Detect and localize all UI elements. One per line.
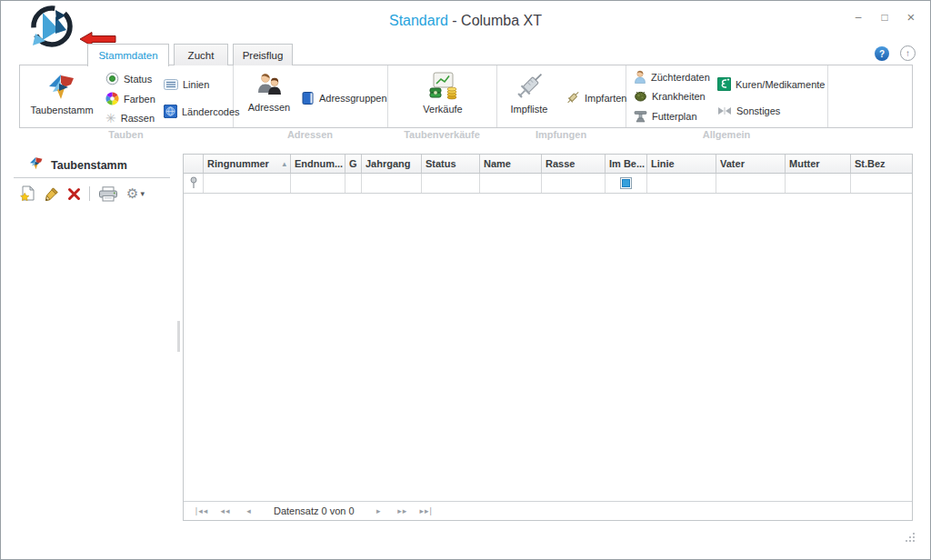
print-button[interactable]: [98, 186, 118, 202]
filter-cell-rasse[interactable]: [542, 174, 606, 193]
filter-cell-im-bestand[interactable]: [606, 174, 647, 193]
germ-icon: [634, 90, 647, 103]
column-header-vater[interactable]: Vater: [716, 155, 786, 173]
settings-button[interactable]: ⚙ ▾: [126, 186, 145, 201]
tab-preisflug[interactable]: Preisflug: [233, 44, 293, 65]
futterplan-button[interactable]: Futterplan: [634, 110, 697, 123]
filter-cell-ringnummer[interactable]: [204, 174, 291, 193]
linien-label: Linien: [183, 79, 209, 90]
column-header-name[interactable]: Name: [480, 155, 542, 173]
chevron-down-icon: ▾: [140, 189, 145, 198]
filter-cell-status[interactable]: [422, 174, 480, 193]
syringe-icon: [514, 72, 545, 101]
filter-cell-jahrgang[interactable]: [362, 174, 422, 193]
ribbon-group-empty: [828, 65, 912, 127]
impfarten-label: Impfarten: [585, 93, 626, 104]
globe-icon: [164, 105, 177, 118]
taubenstamm-label: Taubenstamm: [30, 105, 93, 115]
feeder-icon: [634, 110, 647, 123]
adressgruppen-button[interactable]: Adressgruppen: [301, 91, 387, 105]
column-header-mutter[interactable]: Mutter: [786, 155, 851, 173]
panel-title: Taubenstamm: [51, 159, 127, 172]
filter-cell-stbez[interactable]: [851, 174, 912, 193]
close-button[interactable]: ×: [905, 10, 917, 25]
collapse-ribbon-icon[interactable]: ↑: [900, 45, 916, 61]
zuechterdaten-button[interactable]: Züchterdaten: [634, 70, 710, 84]
krankheiten-button[interactable]: Krankheiten: [634, 90, 706, 103]
new-record-button[interactable]: [20, 185, 35, 202]
panel-header: Taubenstamm: [28, 155, 127, 175]
impfliste-button[interactable]: Impfliste: [501, 67, 557, 124]
panel-splitter[interactable]: [177, 321, 180, 352]
minimize-button[interactable]: –: [852, 10, 865, 25]
group-label-tauben: Tauben: [19, 129, 233, 144]
verkaeufe-label: Verkäufe: [423, 104, 462, 115]
column-header-jahrgang[interactable]: Jahrgang: [362, 155, 422, 173]
verkaeufe-button[interactable]: Verkäufe: [414, 67, 472, 124]
help-icon[interactable]: ?: [875, 46, 889, 61]
ribbon-group-adressen: Adressen Adressgruppen: [234, 65, 388, 127]
kuren-medikamente-button[interactable]: Kuren/Medikamente: [717, 77, 825, 91]
laendercodes-button[interactable]: Ländercodes: [164, 105, 240, 118]
status-label: Status: [124, 74, 152, 85]
nav-next-button[interactable]: ▸: [367, 506, 391, 515]
nav-prev-button[interactable]: ◂: [237, 506, 261, 515]
asterisk-icon: ✳: [105, 112, 116, 125]
sonstiges-label: Sonstiges: [736, 105, 780, 116]
column-header-g[interactable]: G: [345, 155, 362, 173]
window-title: Standard - Columba XT: [1, 13, 930, 29]
gear-icon: ⚙: [126, 186, 138, 201]
adressen-button[interactable]: Adressen: [241, 67, 297, 124]
row-indicator-header: [184, 155, 204, 173]
window-controls: – □ ×: [852, 10, 917, 25]
filter-cell-linie[interactable]: [647, 174, 716, 193]
filter-row: [184, 174, 912, 194]
record-navigator: |◂◂ ◂◂ ◂ Datensatz 0 von 0 ▸ ▸▸ ▸▸|: [184, 501, 912, 520]
im-bestand-checkbox[interactable]: [620, 177, 632, 189]
status-button[interactable]: Status: [105, 72, 152, 85]
taubenstamm-button[interactable]: Taubenstamm: [24, 67, 100, 124]
filter-cell-mutter[interactable]: [786, 174, 851, 193]
ribbon-group-allgemein: Züchterdaten Krankheiten: [626, 65, 828, 127]
delete-record-button[interactable]: [67, 187, 81, 201]
ribbon: Taubenstamm Status: [19, 65, 913, 128]
resize-grip[interactable]: [904, 531, 916, 543]
column-header-endnummer[interactable]: Endnum...: [291, 155, 345, 173]
nav-prev-page-button[interactable]: ◂◂: [214, 506, 237, 515]
tab-stammdaten[interactable]: Stammdaten: [87, 44, 169, 66]
column-header-ringnummer[interactable]: Ringnummer ▴: [204, 155, 291, 173]
column-header-rasse[interactable]: Rasse: [542, 155, 606, 173]
farben-button[interactable]: Farben: [105, 92, 155, 105]
ribbon-group-impfungen: Impfliste Impfarten: [497, 65, 626, 127]
column-header-linie[interactable]: Linie: [647, 155, 716, 173]
book-icon: [301, 91, 315, 105]
sales-chart-icon: [427, 72, 459, 101]
impfarten-button[interactable]: Impfarten: [565, 91, 626, 105]
futterplan-label: Futterplan: [652, 111, 697, 122]
medicine-icon: [717, 77, 731, 91]
sonstiges-button[interactable]: Sonstiges: [717, 105, 780, 116]
linien-button[interactable]: Linien: [164, 78, 209, 91]
adressgruppen-label: Adressgruppen: [319, 93, 387, 104]
people-icon: [255, 72, 284, 99]
rassen-button[interactable]: ✳ Rassen: [105, 112, 155, 125]
app-window: Standard - Columba XT – □ × Stammdaten Z…: [0, 0, 931, 560]
column-header-status[interactable]: Status: [422, 155, 480, 173]
grid-header-row: Ringnummer ▴ Endnum... G Jahrgang Status…: [184, 155, 912, 174]
impfliste-label: Impfliste: [511, 104, 548, 115]
maximize-button[interactable]: □: [878, 10, 891, 25]
group-label-taubenverkaeufe: Taubenverkäufe: [387, 129, 496, 144]
edit-record-button[interactable]: [44, 186, 59, 202]
laendercodes-label: Ländercodes: [182, 106, 240, 117]
filter-cell-name[interactable]: [480, 174, 542, 193]
filter-cell-endnummer[interactable]: [291, 174, 345, 193]
tab-zucht[interactable]: Zucht: [174, 44, 228, 65]
column-header-im-bestand[interactable]: Im Be...: [606, 155, 647, 173]
syringe-small-icon: [565, 91, 580, 105]
column-header-stbez[interactable]: St.Bez: [851, 155, 912, 173]
nav-last-button[interactable]: ▸▸|: [415, 506, 438, 515]
nav-first-button[interactable]: |◂◂: [190, 506, 214, 515]
filter-cell-vater[interactable]: [716, 174, 786, 193]
nav-next-page-button[interactable]: ▸▸: [391, 506, 415, 515]
filter-cell-g[interactable]: [345, 174, 362, 193]
